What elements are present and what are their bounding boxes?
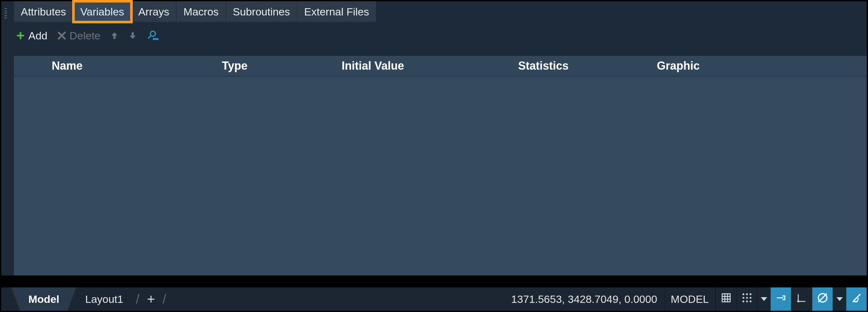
ortho-toggle[interactable]	[770, 287, 791, 311]
layout-tab-label: Model	[28, 293, 59, 305]
layout-tab-label: Layout1	[85, 293, 123, 305]
tab-label: Arrays	[138, 6, 169, 18]
arrow-down-icon	[128, 31, 137, 41]
layout-tabs: Model Layout1 / + /	[1, 287, 170, 311]
add-label: Add	[28, 30, 48, 42]
svg-point-9	[742, 301, 744, 303]
panel-drag-handle[interactable]	[4, 8, 7, 18]
tab-label: Subroutines	[233, 6, 290, 18]
tab-variables[interactable]: Variables	[73, 1, 131, 22]
tab-macros[interactable]: Macros	[177, 1, 226, 22]
layout-separator: /	[131, 292, 144, 306]
plus-icon	[16, 31, 25, 40]
ucs-toggle[interactable]	[791, 287, 812, 311]
tab-external-files[interactable]: External Files	[297, 1, 376, 22]
delete-label: Delete	[70, 30, 100, 42]
move-down-button	[126, 29, 139, 42]
col-statistics[interactable]: Statistics	[512, 59, 651, 72]
snap-dropdown[interactable]	[757, 287, 770, 311]
svg-point-6	[742, 297, 744, 299]
col-initial-value[interactable]: Initial Value	[335, 59, 512, 72]
grid-display-icon	[721, 292, 732, 306]
model-space-indicator[interactable]: MODEL	[664, 287, 715, 311]
tab-subroutines[interactable]: Subroutines	[226, 1, 297, 22]
svg-rect-2	[153, 38, 158, 40]
svg-point-5	[749, 293, 751, 295]
add-button[interactable]: Add	[14, 28, 50, 43]
svg-point-3	[742, 293, 744, 295]
tab-label: External Files	[304, 6, 369, 18]
layout-tab-layout1[interactable]: Layout1	[77, 287, 131, 311]
svg-rect-12	[797, 301, 799, 303]
svg-point-4	[746, 293, 748, 295]
col-name[interactable]: Name	[14, 59, 216, 72]
svg-point-11	[749, 301, 751, 303]
dynamic-input-dropdown[interactable]	[833, 287, 846, 311]
col-graphic[interactable]: Graphic	[651, 59, 777, 72]
add-layout-button[interactable]: +	[144, 291, 158, 307]
svg-point-7	[746, 297, 748, 299]
cursor-coordinates: 1371.5653, 3428.7049, 0.0000	[504, 287, 664, 311]
find-button[interactable]	[145, 29, 161, 42]
model-indicator-label: MODEL	[671, 293, 709, 305]
tab-label: Macros	[183, 6, 218, 18]
dynamic-input-toggle[interactable]	[812, 287, 833, 311]
status-bar: Model Layout1 / + / 1371.5653, 3428.7049…	[1, 287, 867, 311]
grid-snap-icon	[742, 292, 752, 306]
tab-label: Variables	[81, 6, 124, 18]
layout-tab-model[interactable]: Model	[20, 287, 67, 311]
snap-icon	[775, 292, 787, 306]
grid-snap-toggle[interactable]	[736, 287, 757, 311]
layout-separator: /	[158, 292, 170, 306]
variables-panel: Attributes Variables Arrays Macros Subro…	[1, 1, 867, 275]
svg-point-10	[746, 301, 748, 303]
x-icon	[57, 31, 66, 40]
delete-button: Delete	[55, 28, 102, 43]
table-header: Name Type Initial Value Statistics Graph…	[14, 56, 867, 76]
polar-icon	[851, 292, 862, 306]
polar-toggle[interactable]	[846, 287, 867, 311]
dynamic-input-icon	[817, 292, 828, 306]
move-up-button	[108, 29, 121, 42]
panel-tabs: Attributes Variables Arrays Macros Subro…	[14, 1, 376, 22]
find-icon	[147, 30, 159, 41]
panel-toolbar: Add Delete	[14, 26, 161, 45]
chevron-down-icon	[761, 297, 767, 301]
tab-label: Attributes	[21, 6, 66, 18]
tab-attributes[interactable]: Attributes	[14, 1, 73, 22]
svg-point-8	[749, 297, 751, 299]
arrow-up-icon	[110, 31, 119, 41]
tab-arrays[interactable]: Arrays	[131, 1, 177, 22]
svg-line-1	[149, 36, 151, 38]
plus-icon: +	[147, 291, 155, 307]
col-type[interactable]: Type	[216, 59, 335, 72]
grid-display-toggle[interactable]	[715, 287, 736, 311]
chevron-down-icon	[836, 297, 843, 301]
table-body-empty	[14, 76, 867, 275]
ucs-icon	[797, 292, 807, 306]
